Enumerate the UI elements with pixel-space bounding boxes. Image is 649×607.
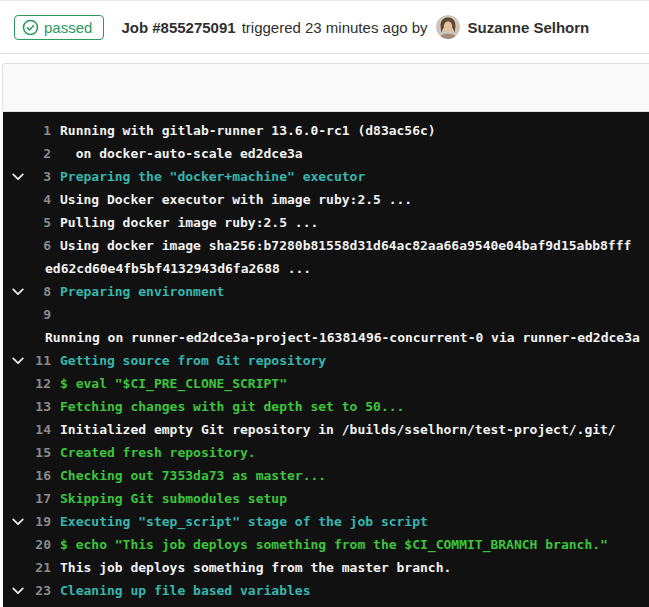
line-number-link[interactable]: 6 xyxy=(30,234,60,257)
log-line: 4Using Docker executor with image ruby:2… xyxy=(3,188,649,211)
log-line: 19Executing "step_script" stage of the j… xyxy=(3,510,649,533)
log-line: 17Skipping Git submodules setup xyxy=(3,487,649,510)
log-text: Executing "step_script" stage of the job… xyxy=(60,514,428,529)
log-line: 16Checking out 7353da73 as master... xyxy=(3,464,649,487)
line-number-link[interactable]: 3 xyxy=(30,165,60,188)
log-text: Initialized empty Git repository in /bui… xyxy=(60,422,616,437)
line-number-link[interactable]: 19 xyxy=(30,510,60,533)
log-line: 3Preparing the "docker+machine" executor xyxy=(3,165,649,188)
triggered-text: triggered 23 minutes ago by xyxy=(242,19,428,36)
log-text: Checking out 7353da73 as master... xyxy=(60,468,326,483)
line-number-link[interactable]: 14 xyxy=(30,418,60,441)
line-number-link[interactable]: 1 xyxy=(30,119,60,142)
user-name[interactable]: Suzanne Selhorn xyxy=(468,19,590,36)
line-number-link[interactable]: 8 xyxy=(30,280,60,303)
log-line: 21This job deploys something from the ma… xyxy=(3,556,649,579)
line-number-link[interactable]: 13 xyxy=(30,395,60,418)
log-text: Using docker image sha256:b7280b81558d31… xyxy=(45,238,631,276)
chevron-down-icon[interactable] xyxy=(11,170,25,184)
line-number-link[interactable]: 5 xyxy=(30,211,60,234)
log-text: Skipping Git submodules setup xyxy=(60,491,287,506)
chevron-down-icon[interactable] xyxy=(11,354,25,368)
log-line: 15Created fresh repository. xyxy=(3,441,649,464)
line-number-link[interactable]: 12 xyxy=(30,372,60,395)
log-text: Preparing environment xyxy=(60,284,224,299)
log-text: Running on runner-ed2dce3a-project-16381… xyxy=(45,330,640,345)
line-number-link[interactable]: 23 xyxy=(30,579,60,602)
log-line: 6Using docker image sha256:b7280b81558d3… xyxy=(3,234,649,280)
log-line: 20$ echo "This job deploys something fro… xyxy=(3,533,649,556)
line-number-link[interactable]: 21 xyxy=(30,556,60,579)
avatar[interactable] xyxy=(436,15,460,39)
log-text: Cleaning up file based variables xyxy=(60,583,310,598)
line-number-link[interactable]: 15 xyxy=(30,441,60,464)
log-line: 14Initialized empty Git repository in /b… xyxy=(3,418,649,441)
line-number-link[interactable]: 9 xyxy=(30,303,60,326)
log-line: 9Running on runner-ed2dce3a-project-1638… xyxy=(3,303,649,349)
log-line: 5Pulling docker image ruby:2.5 ... xyxy=(3,211,649,234)
log-text: Preparing the "docker+machine" executor xyxy=(60,169,365,184)
line-number-link[interactable]: 20 xyxy=(30,533,60,556)
line-number-link[interactable]: 16 xyxy=(30,464,60,487)
log-text: $ eval "$CI_PRE_CLONE_SCRIPT" xyxy=(60,376,287,391)
line-number-link[interactable]: 17 xyxy=(30,487,60,510)
log-line: 1Running with gitlab-runner 13.6.0-rc1 (… xyxy=(3,119,649,142)
log-line: 2 on docker-auto-scale ed2dce3a xyxy=(3,142,649,165)
check-circle-icon xyxy=(22,19,39,36)
log-text: Pulling docker image ruby:2.5 ... xyxy=(60,215,318,230)
log-text: $ echo "This job deploys something from … xyxy=(60,537,608,552)
line-number-link[interactable]: 25 xyxy=(30,602,60,607)
line-number-link[interactable]: 2 xyxy=(30,142,60,165)
line-number-link[interactable]: 11 xyxy=(30,349,60,372)
log-line: 23Cleaning up file based variables xyxy=(3,579,649,602)
log-line: 11Getting source from Git repository xyxy=(3,349,649,372)
chevron-down-icon[interactable] xyxy=(11,515,25,529)
job-log: 1Running with gitlab-runner 13.6.0-rc1 (… xyxy=(3,112,649,607)
job-id: Job #855275091 xyxy=(121,19,235,36)
status-badge[interactable]: passed xyxy=(14,15,104,40)
log-text: on docker-auto-scale ed2dce3a xyxy=(60,146,303,161)
log-text: This job deploys something from the mast… xyxy=(60,560,451,575)
job-log-controls xyxy=(2,63,649,112)
chevron-down-icon[interactable] xyxy=(11,584,25,598)
log-line: 12$ eval "$CI_PRE_CLONE_SCRIPT" xyxy=(3,372,649,395)
chevron-down-icon[interactable] xyxy=(11,285,25,299)
log-text: Fetching changes with git depth set to 5… xyxy=(60,399,404,414)
log-line: 8Preparing environment xyxy=(3,280,649,303)
log-line: 13Fetching changes with git depth set to… xyxy=(3,395,649,418)
log-line: 25Job succeeded xyxy=(3,602,649,607)
log-text: Getting source from Git repository xyxy=(60,353,326,368)
log-text: Created fresh repository. xyxy=(60,445,256,460)
job-header-bar: passed Job #855275091 triggered 23 minut… xyxy=(0,0,649,54)
log-text: Running with gitlab-runner 13.6.0-rc1 (d… xyxy=(60,123,436,138)
status-badge-label: passed xyxy=(44,19,92,36)
line-number-link[interactable]: 4 xyxy=(30,188,60,211)
log-text: Using Docker executor with image ruby:2.… xyxy=(60,192,412,207)
